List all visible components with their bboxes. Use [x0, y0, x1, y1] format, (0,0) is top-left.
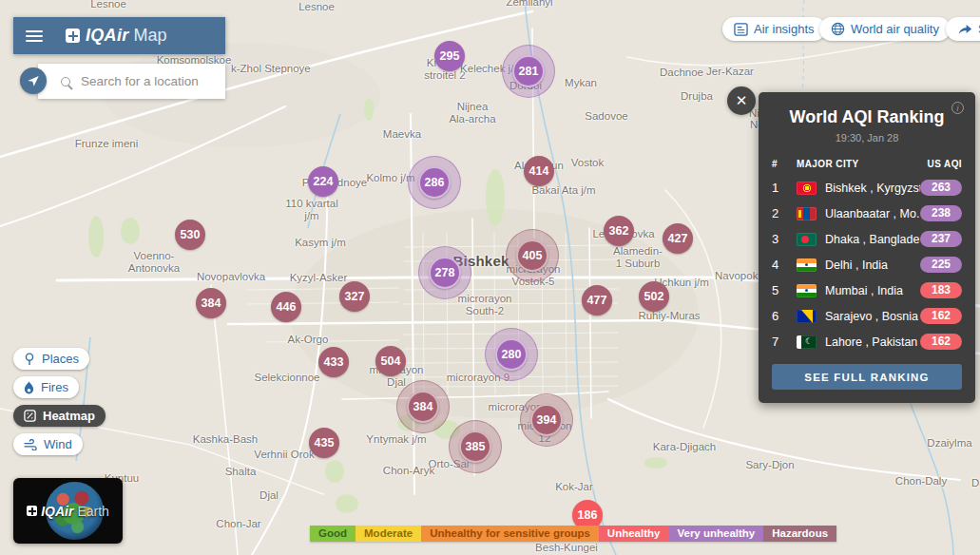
india-flag: [797, 284, 817, 297]
rank-number: 5: [772, 283, 797, 297]
aqi-badge: 162: [920, 308, 962, 324]
ranking-row-5[interactable]: 5Mumbai , India183: [759, 278, 975, 303]
app-header: IQAir Map: [13, 17, 225, 54]
aqi-marker-477[interactable]: 477: [582, 285, 612, 316]
fire-icon: [24, 381, 34, 394]
map-label: Lesnoe: [90, 0, 126, 10]
air-insights-button[interactable]: Air insights: [722, 17, 826, 41]
aqi-marker-281[interactable]: 281: [512, 55, 545, 87]
map-label: Kara-Djigach: [653, 441, 716, 453]
map-label: Shalta: [225, 466, 257, 478]
ranking-row-7[interactable]: 7Lahore , Pakistan162: [759, 329, 975, 354]
world-air-quality-label: World air quality: [851, 22, 939, 36]
world-air-quality-button[interactable]: World air quality: [819, 17, 951, 41]
rank-number: 4: [772, 258, 797, 272]
ranking-row-6[interactable]: 6Sarajevo , Bosnia ...162: [759, 303, 975, 329]
aqi-marker-295[interactable]: 295: [434, 41, 465, 71]
aqi-marker-394[interactable]: 394: [530, 404, 563, 436]
brand-name: IQAir: [86, 26, 129, 46]
share-button[interactable]: S: [946, 17, 980, 41]
heatmap-icon: [24, 410, 36, 422]
layer-heatmap-label: Heatmap: [43, 409, 95, 423]
search-input[interactable]: [79, 73, 212, 89]
info-icon[interactable]: i: [951, 102, 964, 114]
layer-heatmap-button[interactable]: Heatmap: [13, 405, 106, 427]
aqi-marker-433[interactable]: 433: [318, 347, 349, 377]
mongolia-flag: [797, 207, 817, 220]
map-label: Sary-Djon: [745, 459, 794, 471]
see-full-ranking-button[interactable]: SEE FULL RANKING: [772, 364, 962, 390]
aqi-marker-446[interactable]: 446: [271, 292, 301, 322]
aqi-marker-327[interactable]: 327: [339, 281, 370, 312]
iqair-earth-preview[interactable]: IQAir Earth: [13, 478, 123, 544]
wind-icon: [24, 439, 37, 450]
aqi-marker-286[interactable]: 286: [418, 166, 451, 199]
map-label: k-Zhol Stepnoye: [231, 63, 311, 75]
city-name: Ulaanbaatar , Mo...: [825, 207, 920, 220]
map-label: Day: [971, 477, 980, 489]
legend-item-unhealthy: Unhealthy: [599, 526, 669, 542]
kyrgyzstan-flag: [797, 182, 817, 195]
map-label: Maevka: [383, 128, 421, 141]
ranking-row-2[interactable]: 2Ulaanbaatar , Mo...238: [759, 201, 975, 226]
aqi-marker-405[interactable]: 405: [516, 239, 548, 272]
map-label: Drujba: [681, 90, 713, 103]
aqi-marker-504[interactable]: 504: [375, 346, 406, 376]
share-arrow-icon: [957, 23, 972, 35]
aqi-badge: 162: [920, 334, 962, 350]
ranking-row-3[interactable]: 3Dhaka , Bangladesh237: [759, 226, 975, 252]
aqi-marker-427[interactable]: 427: [663, 223, 693, 254]
map-label: Chon-Daly: [895, 475, 947, 488]
ranking-row-1[interactable]: 1Bishkek , Kyrgyzstan263: [759, 175, 975, 201]
layer-fires-label: Fires: [41, 380, 68, 394]
aqi-marker-224[interactable]: 224: [308, 166, 338, 197]
menu-icon[interactable]: [26, 28, 43, 45]
globe-icon: [831, 22, 845, 36]
product-name: Map: [134, 26, 167, 46]
world-aqi-ranking-panel: i World AQI Ranking 19:30, Jan 28 # MAJO…: [759, 92, 975, 403]
map-label: Zemlianyi: [506, 0, 552, 9]
locate-me-button[interactable]: [20, 67, 47, 94]
legend-item-moderate: Moderate: [355, 526, 421, 542]
aqi-marker-280[interactable]: 280: [495, 338, 528, 371]
city-name: Lahore , Pakistan: [825, 335, 920, 349]
close-ranking-icon[interactable]: ✕: [727, 86, 756, 115]
map-label: Chon-Aryk: [383, 465, 434, 477]
navigation-arrow-icon: [27, 74, 40, 87]
search-icon: [61, 77, 70, 86]
layer-wind-label: Wind: [44, 437, 72, 451]
aqi-marker-362[interactable]: 362: [604, 216, 634, 246]
aqi-marker-385[interactable]: 385: [459, 431, 491, 463]
aqi-marker-278[interactable]: 278: [429, 257, 461, 289]
pakistan-flag: [797, 335, 817, 349]
layer-wind-button[interactable]: Wind: [13, 433, 83, 455]
iqair-logo-icon: [27, 506, 37, 516]
map-label: Mykan: [565, 77, 597, 89]
map-canvas[interactable]: LesnoeLesnoeZemlianyiKomsomolskoek-Zhol …: [0, 0, 980, 555]
aqi-marker-435[interactable]: 435: [309, 428, 339, 458]
aqi-marker-414[interactable]: 414: [524, 156, 554, 186]
aqi-marker-530[interactable]: 530: [175, 220, 205, 250]
map-label: Chon-Jar: [216, 518, 260, 530]
earth-brand-label: IQAir: [41, 504, 73, 519]
map-label: Yntymak j/m: [366, 433, 426, 446]
map-label: Sadovoe: [585, 110, 627, 123]
map-label: Jer-Kazar: [706, 66, 754, 78]
map-label: Dzaiylma: [927, 437, 971, 450]
map-label: 110 kvartal j/m: [285, 198, 337, 222]
col-aqi: US AQI: [920, 159, 962, 169]
aqi-marker-384[interactable]: 384: [407, 391, 439, 423]
aqi-badge: 263: [920, 180, 962, 196]
layer-fires-button[interactable]: Fires: [13, 376, 79, 398]
map-label: Frunze imeni: [75, 138, 138, 150]
layer-places-button[interactable]: Places: [13, 348, 89, 370]
ranking-row-4[interactable]: 4Delhi , India225: [759, 252, 975, 278]
legend-item-unhealthy-for-sensitive-groups: Unhealthy for sensitive groups: [421, 526, 599, 542]
rank-number: 7: [772, 335, 797, 349]
panel-title: World AQI Ranking: [759, 107, 975, 127]
city-name: Sarajevo , Bosnia ...: [825, 310, 920, 323]
map-label: Novopavlovka: [197, 271, 265, 283]
aqi-marker-384[interactable]: 384: [196, 288, 226, 318]
map-label: microrayon South-2: [458, 293, 512, 317]
aqi-marker-502[interactable]: 502: [639, 281, 669, 312]
